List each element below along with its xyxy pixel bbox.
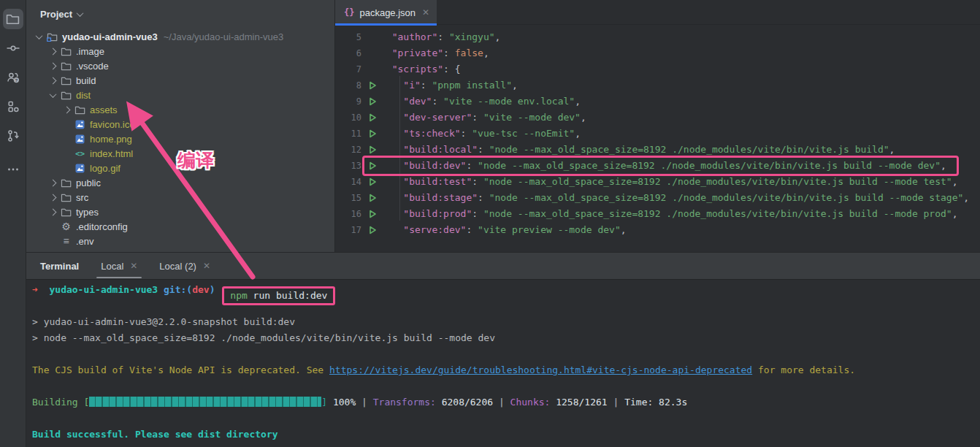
- chevron-down-icon[interactable]: [50, 91, 57, 98]
- vcs-branch-icon[interactable]: [3, 126, 23, 146]
- tab-package-json[interactable]: {} package.json ✕: [335, 0, 437, 25]
- tree-item-dist[interactable]: dist: [26, 88, 334, 102]
- terminal-tab-label: Local (2): [159, 261, 196, 272]
- tree-item-types[interactable]: types: [26, 205, 334, 219]
- line-number: 10: [335, 112, 364, 123]
- annotation-label: 编译: [177, 148, 214, 172]
- code-line-14: 14 "build:test": "node --max_old_space_s…: [335, 174, 980, 190]
- svg-text:?: ?: [15, 78, 18, 83]
- project-panel: Project yudao-ui-admin-vue3~/Java/yudao-…: [26, 0, 334, 252]
- run-script-icon[interactable]: [364, 129, 380, 138]
- run-script-icon[interactable]: [364, 177, 380, 186]
- project-folder-icon[interactable]: [3, 9, 23, 29]
- close-icon[interactable]: ✕: [130, 261, 137, 270]
- tree-item-favicon-ico[interactable]: favicon.ico: [26, 117, 334, 131]
- run-script-icon[interactable]: [364, 226, 380, 234]
- code-line-10: 10 "dev-server": "vite --mode dev",: [335, 110, 980, 126]
- terminal-tab-local[interactable]: Local✕: [101, 252, 137, 280]
- tab-label: package.json: [359, 7, 416, 18]
- line-number: 6: [335, 48, 364, 58]
- modules-icon[interactable]: [3, 96, 23, 117]
- chevron-right-icon[interactable]: [50, 62, 57, 69]
- run-script-icon[interactable]: [364, 145, 380, 154]
- run-script-icon[interactable]: [364, 161, 380, 170]
- tree-item-label: src: [76, 192, 88, 203]
- code-text: "build:test": "node --max_old_space_size…: [380, 174, 958, 190]
- close-icon[interactable]: ✕: [203, 261, 210, 270]
- chevron-right-icon[interactable]: [50, 47, 57, 55]
- code-line-9: 9 "dev": "vite --mode env.local",: [335, 93, 980, 110]
- tree-item--vscode[interactable]: .vscode: [26, 58, 334, 73]
- terminal-tab-bar: Terminal Local✕Local (2)✕: [26, 252, 980, 280]
- json-file-icon: {}: [344, 7, 354, 18]
- tree-item--env[interactable]: ≡.env: [26, 234, 334, 248]
- gear-icon: ⚙: [59, 221, 73, 232]
- run-script-icon[interactable]: [364, 113, 380, 122]
- project-tree: yudao-ui-admin-vue3~/Java/yudao-ui-admin…: [26, 28, 334, 248]
- tree-item-label: public: [76, 177, 101, 188]
- annotation-box-command: npm run build:dev: [222, 286, 335, 305]
- tree-item-label: .vscode: [76, 61, 109, 72]
- commit-icon[interactable]: [3, 38, 23, 58]
- code-text: "dev": "vite --mode env.local",: [380, 93, 581, 110]
- tree-item-assets[interactable]: assets: [26, 102, 334, 117]
- tree-item-label: logo.gif: [90, 163, 120, 174]
- folder-icon: [59, 178, 73, 188]
- code-text: "build:local": "node --max_old_space_siz…: [380, 142, 895, 158]
- editor-tab-bar: {} package.json ✕: [335, 0, 980, 25]
- line-number: 12: [335, 145, 364, 155]
- code-editor[interactable]: 5 "author": "xingyu",6 "private": false,…: [335, 25, 980, 238]
- code-text: "build:prod": "node --max_old_space_size…: [380, 206, 958, 222]
- tree-item-yudao-ui-admin-vue3[interactable]: yudao-ui-admin-vue3~/Java/yudao-ui-admin…: [26, 29, 334, 44]
- troubleshooting-link[interactable]: https://vitejs.dev/guide/troubleshooting…: [329, 364, 752, 375]
- code-line-5: 5 "author": "xingyu",: [335, 29, 980, 45]
- tree-item-label: assets: [90, 104, 118, 115]
- terminal-tab-local-2-[interactable]: Local (2)✕: [159, 252, 210, 280]
- tree-item-build[interactable]: build: [26, 73, 334, 88]
- chevron-right-icon[interactable]: [50, 194, 57, 201]
- run-script-icon[interactable]: [364, 210, 380, 218]
- tool-window-stripe: ?: [0, 0, 26, 447]
- chevron-down-icon[interactable]: [36, 32, 43, 39]
- tree-item-public[interactable]: public: [26, 175, 334, 190]
- chevron-right-icon[interactable]: [50, 208, 57, 215]
- close-icon[interactable]: ✕: [422, 8, 429, 17]
- tree-item-label: home.png: [90, 134, 132, 145]
- ide-window: ? Project yudao-ui-admin-vue3~/Java/yuda…: [0, 0, 980, 447]
- tree-item--image[interactable]: .image: [26, 44, 334, 58]
- users-help-icon[interactable]: ?: [3, 67, 23, 88]
- run-script-icon[interactable]: [364, 81, 380, 90]
- terminal-panel: Terminal Local✕Local (2)✕ ➜ yudao-ui-adm…: [26, 252, 980, 447]
- tree-item-label: types: [76, 207, 99, 218]
- terminal-line-2: [32, 298, 980, 314]
- terminal-title: Terminal: [26, 261, 79, 272]
- line-number: 16: [335, 209, 364, 219]
- tree-item--editorconfig[interactable]: ⚙.editorconfig: [26, 219, 334, 234]
- chevron-right-icon[interactable]: [50, 179, 57, 186]
- terminal-line-10: Build successful. Please see dist direct…: [32, 427, 980, 443]
- project-panel-title: Project: [40, 9, 72, 20]
- code-line-17: 17 "serve:dev": "vite preview --mode dev…: [335, 222, 980, 238]
- tree-item-home-png[interactable]: home.png: [26, 131, 334, 146]
- folder-icon: [59, 193, 73, 202]
- folder-icon: [59, 207, 73, 217]
- line-number: 9: [335, 96, 364, 107]
- line-number: 13: [335, 161, 364, 171]
- tree-item-src[interactable]: src: [26, 190, 334, 205]
- env-icon: ≡: [59, 236, 73, 246]
- chevron-right-icon[interactable]: [50, 77, 57, 84]
- tree-item-label: yudao-ui-admin-vue3: [62, 31, 158, 42]
- terminal-line-1: ➜ yudao-ui-admin-vue3 git:(dev) npm run …: [32, 282, 980, 298]
- folder-icon: [59, 91, 73, 100]
- folder-icon: [73, 105, 87, 115]
- image-icon: [73, 164, 87, 173]
- more-icon[interactable]: [3, 159, 23, 180]
- chevron-right-icon[interactable]: [64, 106, 71, 113]
- line-number: 15: [335, 193, 364, 203]
- project-panel-header[interactable]: Project: [26, 0, 334, 28]
- run-script-icon[interactable]: [364, 97, 380, 106]
- tree-item-label: .image: [76, 46, 104, 57]
- terminal-output[interactable]: ➜ yudao-ui-admin-vue3 git:(dev) npm run …: [26, 280, 980, 443]
- run-script-icon[interactable]: [364, 194, 380, 202]
- line-number: 17: [335, 225, 364, 235]
